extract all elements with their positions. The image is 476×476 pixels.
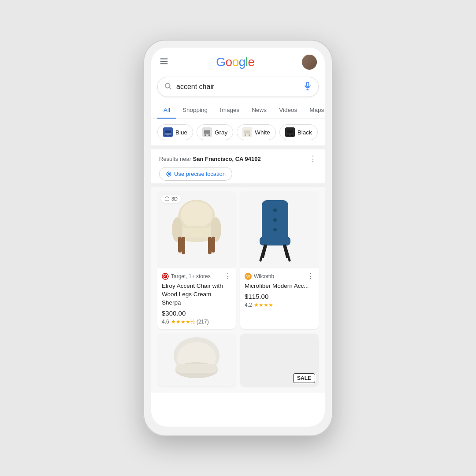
store-label-1: Target, 1+ stores	[171, 273, 211, 279]
svg-rect-13	[169, 134, 171, 136]
location-bar: Results near San Francisco, CA 94102 ⋮ U…	[151, 149, 325, 183]
chip-white-label: White	[255, 129, 270, 136]
chip-white[interactable]: White	[237, 124, 276, 140]
more-options-icon[interactable]: ⋮	[309, 154, 317, 164]
products-grid: 3D	[157, 191, 319, 329]
product-image-4: SALE	[240, 334, 319, 387]
svg-line-4	[169, 87, 171, 89]
product-card-1[interactable]: 3D	[157, 191, 236, 329]
chip-gray-label: Gray	[215, 129, 227, 136]
rating-row-2: 4.2 ★★★★	[245, 302, 314, 308]
svg-rect-24	[249, 134, 250, 136]
store-row-2: W Wilcomb ⋮	[245, 272, 314, 280]
location-row: Results near San Francisco, CA 94102 ⋮	[159, 154, 317, 164]
svg-rect-44	[178, 237, 182, 253]
svg-rect-28	[287, 134, 289, 136]
search-bar[interactable]: accent chair	[157, 77, 319, 97]
tab-shopping[interactable]: Shopping	[176, 102, 214, 119]
tab-videos[interactable]: Videos	[273, 102, 303, 119]
store-name-1: Target, 1+ stores	[162, 273, 211, 280]
tab-news[interactable]: News	[245, 102, 273, 119]
location-city: San Francisco, CA 94102	[193, 156, 261, 162]
hamburger-icon[interactable]	[159, 56, 169, 68]
store-row-1: Target, 1+ stores ⋮	[162, 272, 231, 280]
chair-2-svg	[255, 198, 304, 262]
chip-blue[interactable]: Blue	[157, 124, 193, 140]
stars-2: ★★★★	[254, 302, 273, 308]
product-title-1: Elroy Accent Chair with Wood Legs Cream …	[162, 282, 231, 307]
svg-rect-45	[212, 237, 215, 253]
header: Google	[151, 48, 325, 73]
svg-rect-54	[260, 237, 290, 245]
rating-row-1: 4.6 ★★★★½ (217)	[162, 319, 231, 325]
tab-images[interactable]: Images	[214, 102, 245, 119]
svg-rect-23	[245, 134, 246, 136]
svg-point-53	[273, 228, 277, 231]
section-divider-2	[151, 183, 325, 187]
google-logo: Google	[216, 55, 254, 69]
section-divider	[151, 145, 325, 149]
bottom-products-grid: SALE	[157, 334, 319, 387]
search-input[interactable]: accent chair	[176, 83, 300, 91]
nav-tabs: All Shopping Images News Videos Maps	[151, 102, 325, 119]
phone-screen: Google accent chair	[151, 48, 325, 427]
product-image-2	[240, 191, 319, 268]
stars-1: ★★★★½	[171, 319, 195, 325]
location-text: Results near San Francisco, CA 94102	[159, 156, 261, 162]
products-section: 3D	[151, 187, 325, 334]
rating-value-2: 4.2	[245, 302, 252, 308]
chip-gray[interactable]: Gray	[197, 124, 233, 140]
svg-rect-11	[165, 130, 171, 131]
svg-point-3	[165, 83, 170, 88]
svg-rect-12	[165, 134, 167, 136]
badge-3d-label: 3D	[171, 196, 178, 201]
svg-point-37	[181, 201, 212, 228]
avatar[interactable]	[302, 55, 317, 70]
svg-rect-27	[287, 130, 293, 134]
product-price-2: $115.00	[245, 293, 314, 300]
svg-rect-17	[204, 130, 210, 131]
store-name-2: W Wilcomb	[245, 273, 274, 280]
svg-point-30	[168, 173, 170, 175]
bottom-cards: SALE	[151, 334, 325, 393]
svg-rect-18	[205, 134, 206, 136]
svg-rect-5	[307, 82, 309, 87]
chip-black-label: Black	[298, 129, 312, 136]
mic-icon[interactable]	[303, 82, 312, 92]
search-icon	[164, 82, 172, 92]
precise-location-label: Use precise location	[174, 171, 226, 177]
tab-maps[interactable]: Maps	[303, 102, 325, 119]
precise-location-button[interactable]: Use precise location	[159, 167, 232, 181]
chair-1-svg	[166, 198, 227, 262]
wilcomb-logo: W	[245, 273, 252, 280]
svg-rect-29	[291, 134, 293, 136]
svg-point-52	[273, 218, 277, 222]
card-more-1[interactable]: ⋮	[224, 272, 231, 280]
filter-chips: Blue Gray	[151, 119, 325, 145]
rating-value-1: 4.6	[162, 319, 169, 325]
product-card-4[interactable]: SALE	[240, 334, 319, 387]
sale-badge: SALE	[293, 373, 315, 383]
chip-black[interactable]: Black	[279, 124, 318, 140]
product-price-1: $300.00	[162, 309, 231, 317]
svg-rect-43	[208, 237, 212, 254]
svg-point-31	[167, 172, 171, 176]
product-card-2[interactable]: W Wilcomb ⋮ Microfiber Modern Acc... $11…	[240, 191, 319, 329]
product-title-2: Microfiber Modern Acc...	[245, 282, 314, 290]
svg-point-49	[165, 276, 166, 277]
product-card-3[interactable]	[157, 334, 236, 387]
chair-3-svg	[168, 336, 225, 384]
badge-3d: 3D	[161, 195, 181, 203]
svg-rect-62	[175, 364, 218, 373]
target-logo	[162, 273, 169, 280]
card-more-2[interactable]: ⋮	[307, 272, 314, 280]
product-info-2: W Wilcomb ⋮ Microfiber Modern Acc... $11…	[240, 268, 319, 312]
svg-rect-19	[208, 134, 210, 136]
phone-shell: Google accent chair	[143, 40, 333, 436]
store-label-2: Wilcomb	[254, 273, 274, 279]
product-info-1: Target, 1+ stores ⋮ Elroy Accent Chair w…	[157, 268, 236, 329]
svg-rect-22	[244, 130, 250, 134]
avatar-image	[302, 55, 317, 70]
tab-all[interactable]: All	[157, 102, 176, 119]
chip-blue-label: Blue	[175, 129, 187, 136]
